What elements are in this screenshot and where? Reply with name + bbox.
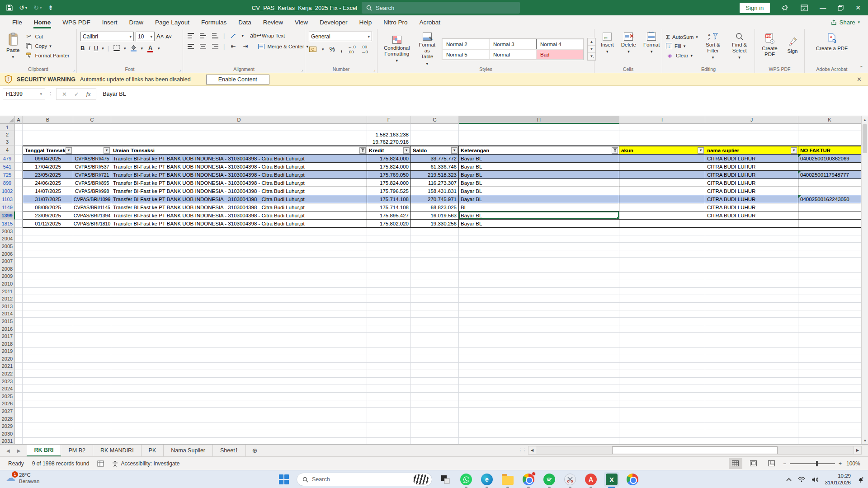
wifi-icon[interactable] — [798, 477, 805, 482]
page-layout-view-icon[interactable] — [747, 458, 760, 469]
increase-decimal-icon[interactable]: ←.0.00 — [348, 44, 355, 54]
sheet-tab-sheet1[interactable]: Sheet1 — [213, 445, 246, 456]
cell-H725[interactable]: Bayar BL — [459, 171, 619, 179]
horizontal-scroll-thumb[interactable] — [612, 446, 777, 454]
taskbar-app-file-explorer[interactable] — [500, 472, 515, 487]
table-header-nama-suplier[interactable]: nama suplier▾ — [705, 145, 798, 155]
wrap-text-button[interactable]: ab↩Wrap Text — [252, 32, 285, 39]
cell[interactable] — [367, 370, 411, 378]
cell[interactable] — [798, 250, 861, 258]
column-header-C[interactable]: C — [73, 116, 111, 124]
cell[interactable] — [15, 408, 23, 415]
cell[interactable] — [619, 124, 705, 131]
cell[interactable] — [73, 273, 111, 281]
cell[interactable] — [23, 415, 73, 423]
cell[interactable] — [73, 348, 111, 356]
cell-C1815[interactable]: CVPAS/BRI/1810 — [73, 220, 111, 228]
cell[interactable] — [705, 325, 798, 333]
cell[interactable] — [459, 310, 619, 318]
cell-B541[interactable]: 17/04/2025 — [23, 163, 73, 171]
cell[interactable] — [619, 385, 705, 393]
row-header-479[interactable]: 479 — [0, 155, 15, 163]
cell-C899[interactable]: CVPAS/BRI/895 — [73, 179, 111, 187]
cell[interactable] — [23, 280, 73, 288]
vertical-scroll-thumb[interactable] — [863, 124, 867, 153]
cell[interactable] — [15, 288, 23, 296]
cell[interactable] — [705, 288, 798, 296]
cell[interactable] — [15, 303, 23, 310]
cell[interactable] — [411, 430, 459, 438]
cell[interactable] — [619, 138, 705, 145]
cell[interactable] — [15, 228, 23, 235]
filter-applied-icon[interactable] — [359, 147, 366, 154]
cell[interactable] — [705, 408, 798, 415]
cell-H899[interactable]: Bayar BL — [459, 179, 619, 187]
cell[interactable] — [459, 243, 619, 250]
cell-I1815[interactable] — [619, 220, 705, 228]
cell-C479[interactable]: CVPAS/BRI/475 — [73, 155, 111, 163]
fill-color-icon[interactable] — [130, 44, 137, 52]
cell[interactable] — [619, 430, 705, 438]
cell-K479[interactable]: 04002500100362069 — [798, 155, 861, 163]
cell-C725[interactable]: CVPAS/BRI/721 — [73, 171, 111, 179]
cell[interactable] — [459, 235, 619, 243]
cell-H541[interactable]: Bayar BL — [459, 163, 619, 171]
cell[interactable] — [705, 422, 798, 430]
cell[interactable] — [619, 310, 705, 318]
cell[interactable] — [15, 163, 23, 171]
cell-K899[interactable] — [798, 179, 861, 187]
cell[interactable] — [23, 265, 73, 273]
cell[interactable] — [111, 422, 367, 430]
accounting-format-icon[interactable] — [309, 46, 316, 53]
cell-D1149[interactable]: Transfer BI-Fast ke PT BANK UOB INDONESI… — [111, 203, 367, 211]
table-header-akun[interactable]: akun▾ — [619, 145, 705, 155]
cell[interactable] — [411, 228, 459, 235]
taskbar-app-whatsapp[interactable] — [458, 472, 474, 487]
ribbon-display-options-icon[interactable] — [801, 5, 808, 11]
cell[interactable] — [15, 325, 23, 333]
row-header-2013[interactable]: 2013 — [0, 303, 15, 310]
cell-F1815[interactable]: 175.802.020 — [367, 220, 411, 228]
cell[interactable] — [111, 265, 367, 273]
menu-tab-insert[interactable]: Insert — [96, 16, 123, 28]
cell[interactable] — [15, 400, 23, 408]
cell[interactable] — [73, 295, 111, 303]
cell-J479[interactable]: CITRA BUDI LUHUR — [705, 155, 798, 163]
cell[interactable] — [15, 131, 23, 138]
cell[interactable] — [705, 131, 798, 138]
italic-button[interactable]: I — [88, 45, 90, 52]
cell[interactable] — [111, 310, 367, 318]
cell[interactable] — [73, 325, 111, 333]
cell[interactable] — [23, 355, 73, 363]
bold-button[interactable]: B — [80, 45, 85, 52]
cell[interactable] — [111, 438, 367, 444]
menu-tab-view[interactable]: View — [289, 16, 314, 28]
cell-D1399[interactable]: Transfer BI-Fast ke PT BANK UOB INDONESI… — [111, 211, 367, 220]
cell[interactable] — [619, 318, 705, 325]
cell[interactable] — [23, 131, 73, 138]
autosum-button[interactable]: ΣAutoSum▾ — [666, 33, 698, 41]
zoom-slider[interactable] — [790, 463, 835, 464]
cell[interactable] — [23, 363, 73, 371]
collapse-ribbon-icon[interactable]: ⌃ — [859, 65, 863, 71]
row-header-899[interactable]: 899 — [0, 179, 15, 187]
cell[interactable] — [705, 318, 798, 325]
cell[interactable] — [23, 393, 73, 400]
row-header-2029[interactable]: 2029 — [0, 422, 15, 430]
cell[interactable] — [459, 273, 619, 281]
filter-dropdown-icon[interactable]: ▾ — [698, 147, 704, 154]
cell[interactable] — [798, 295, 861, 303]
cell[interactable] — [411, 325, 459, 333]
cell[interactable] — [459, 385, 619, 393]
filter-applied-icon[interactable] — [612, 147, 618, 154]
cell[interactable] — [619, 363, 705, 371]
cell[interactable] — [15, 280, 23, 288]
cell[interactable] — [111, 408, 367, 415]
cell[interactable] — [111, 378, 367, 385]
cell[interactable] — [111, 325, 367, 333]
accessibility-status[interactable]: Accessibility: Investigate — [112, 460, 179, 467]
row-header-2010[interactable]: 2010 — [0, 280, 15, 288]
cell-D479[interactable]: Transfer BI-Fast ke PT BANK UOB INDONESI… — [111, 155, 367, 163]
cell[interactable] — [705, 393, 798, 400]
cell[interactable] — [367, 438, 411, 444]
